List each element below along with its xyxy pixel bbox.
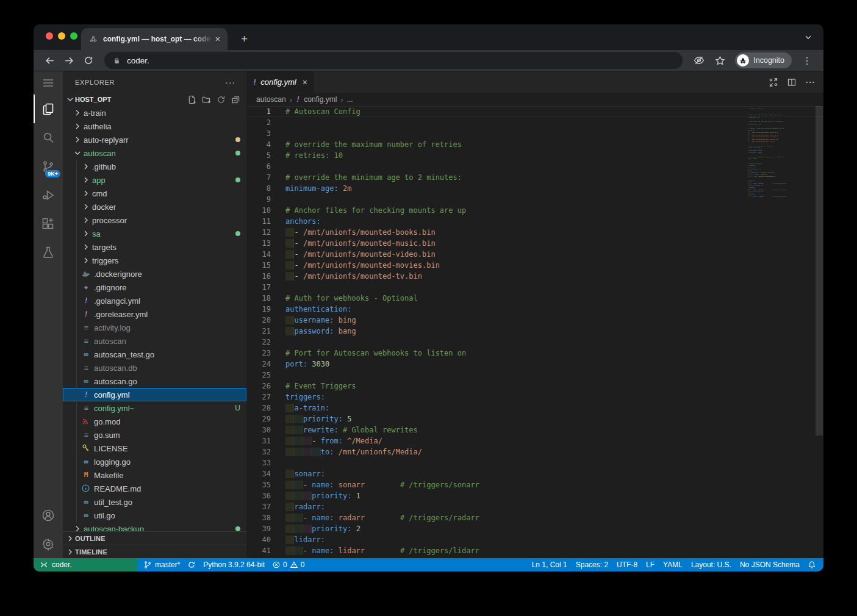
- code-line-6[interactable]: 6: [246, 161, 823, 172]
- code-line-8[interactable]: 8minimum-age: 2m: [246, 183, 823, 194]
- collapse-folders-icon[interactable]: [231, 95, 240, 104]
- address-bar[interactable]: coder.: [104, 52, 683, 69]
- problems-item[interactable]: 0 0: [268, 560, 308, 569]
- tree-item-readme-md[interactable]: README.md: [63, 482, 246, 495]
- outline-section[interactable]: OUTLINE: [63, 531, 246, 545]
- code-line-32[interactable]: 32 to: /mnt/unionfs/Media/: [246, 446, 823, 457]
- code-line-24[interactable]: 24port: 3030: [246, 359, 823, 370]
- tree-item-targets[interactable]: targets: [63, 240, 246, 254]
- browser-menu-icon[interactable]: ⋮: [798, 52, 816, 69]
- testing-flask-icon[interactable]: [34, 238, 63, 267]
- tree-item-authelia[interactable]: authelia: [63, 120, 246, 133]
- tree-item-logging-go[interactable]: ∞logging.go: [63, 455, 246, 468]
- code-editor[interactable]: 1# Autoscan Config234# override the maxi…: [246, 106, 823, 558]
- code-line-34[interactable]: 34 sonarr:: [246, 468, 823, 479]
- window-close-button[interactable]: [46, 32, 53, 40]
- eye-off-icon[interactable]: [690, 52, 708, 69]
- status-item[interactable]: No JSON Schema: [736, 560, 804, 569]
- breadcrumb-folder[interactable]: autoscan: [256, 95, 286, 104]
- tree-item-autoscan-backup[interactable]: autoscan-backup: [63, 522, 246, 531]
- tab-close-icon[interactable]: ×: [213, 34, 223, 44]
- tree-item-go-sum[interactable]: ≡go.sum: [63, 428, 246, 442]
- remote-indicator[interactable]: coder.: [34, 558, 137, 571]
- status-item[interactable]: Layout: U.S.: [687, 560, 736, 569]
- code-line-15[interactable]: 15 - /mnt/unionfs/mounted-movies.bin: [246, 260, 823, 271]
- tree-item-license[interactable]: LICENSE: [63, 442, 246, 455]
- code-line-18[interactable]: 18# Auth for webhooks - Optional: [246, 293, 823, 304]
- git-branch-item[interactable]: master*: [140, 558, 184, 571]
- code-line-38[interactable]: 38 - name: radarr # /triggers/radarr: [246, 512, 823, 523]
- split-editor-icon[interactable]: [787, 77, 797, 87]
- refresh-icon[interactable]: [217, 95, 226, 104]
- tree-item-autoscan-go[interactable]: ∞autoscan.go: [63, 374, 246, 388]
- code-line-37[interactable]: 37 radarr:: [246, 501, 823, 512]
- window-maximize-button[interactable]: [70, 32, 77, 40]
- code-line-1[interactable]: 1# Autoscan Config: [246, 106, 823, 117]
- code-line-33[interactable]: 33: [246, 457, 823, 468]
- code-line-35[interactable]: 35 - name: sonarr # /triggers/sonarr: [246, 479, 823, 490]
- code-line-19[interactable]: 19authentication:: [246, 304, 823, 315]
- tree-item-cmd[interactable]: cmd: [63, 187, 246, 200]
- code-line-21[interactable]: 21 password: bang: [246, 326, 823, 337]
- code-line-12[interactable]: 12 - /mnt/unionfs/mounted-books.bin: [246, 227, 823, 238]
- open-changes-icon[interactable]: [769, 77, 778, 87]
- tree-item--dockerignore[interactable]: .dockerignore: [63, 267, 246, 281]
- menu-icon[interactable]: [34, 71, 63, 95]
- code-line-20[interactable]: 20 username: bing: [246, 315, 823, 326]
- notifications-bell-icon[interactable]: [804, 558, 820, 571]
- breadcrumb[interactable]: autoscan › ! config.yml › ...: [246, 93, 823, 106]
- code-line-22[interactable]: 22: [246, 337, 823, 348]
- source-control-icon[interactable]: 9K+: [34, 152, 63, 181]
- new-file-icon[interactable]: [187, 95, 196, 104]
- tree-item--gitignore[interactable]: ◆.gitignore: [63, 281, 246, 294]
- extensions-icon[interactable]: [34, 209, 63, 238]
- search-icon[interactable]: [34, 123, 63, 152]
- tree-item-a-train[interactable]: a-train: [63, 106, 246, 120]
- code-line-29[interactable]: 29 priority: 5: [246, 414, 823, 424]
- editor-tab-close-icon[interactable]: ×: [303, 77, 307, 87]
- scrollbar-thumb[interactable]: [816, 106, 823, 435]
- back-button[interactable]: [41, 52, 58, 69]
- code-line-10[interactable]: 10# Anchor files for checking mounts are…: [246, 205, 823, 216]
- breadcrumb-file[interactable]: config.yml: [304, 95, 337, 104]
- run-debug-icon[interactable]: [34, 181, 63, 209]
- code-line-31[interactable]: 31 - from: ^/Media/: [246, 435, 823, 446]
- tree-item--goreleaser-yml[interactable]: !.goreleaser.yml: [63, 307, 246, 321]
- sync-item[interactable]: [184, 558, 199, 571]
- code-line-11[interactable]: 11anchors:: [246, 216, 823, 227]
- tree-item-sa[interactable]: sa: [63, 227, 246, 240]
- code-line-26[interactable]: 26# Event Triggers: [246, 381, 823, 392]
- tree-item-autoscan-db[interactable]: ≡autoscan.db: [63, 361, 246, 374]
- code-line-13[interactable]: 13 - /mnt/unionfs/mounted-music.bin: [246, 238, 823, 249]
- status-item[interactable]: Spaces: 2: [572, 560, 612, 569]
- forward-button[interactable]: [60, 52, 77, 69]
- code-line-4[interactable]: 4# override the maximum number of retrie…: [246, 139, 823, 150]
- tree-item-autoscan[interactable]: ≡autoscan: [63, 334, 246, 348]
- code-line-5[interactable]: 5# retries: 10: [246, 150, 823, 161]
- views-more-icon[interactable]: ···: [225, 77, 235, 87]
- timeline-section[interactable]: TIMELINE: [63, 545, 246, 558]
- account-icon[interactable]: [34, 501, 63, 529]
- tree-item-autoscan-test-go[interactable]: ∞autoscan_test.go: [63, 348, 246, 361]
- window-minimize-button[interactable]: [58, 32, 65, 40]
- minimap[interactable]: # Autoscan Config# override the maximum …: [748, 107, 801, 558]
- tree-item-app[interactable]: app: [63, 173, 246, 187]
- tree-item--golangci-yml[interactable]: !.golangci.yml: [63, 294, 246, 307]
- workspace-root-row[interactable]: HOST_OPT: [63, 93, 246, 106]
- code-line-25[interactable]: 25: [246, 370, 823, 381]
- editor-scrollbar[interactable]: [815, 106, 823, 558]
- code-line-40[interactable]: 40 lidarr:: [246, 534, 823, 545]
- tree-item-triggers[interactable]: triggers: [63, 254, 246, 267]
- status-item[interactable]: LF: [642, 560, 659, 569]
- tree-item-docker[interactable]: docker: [63, 200, 246, 213]
- status-item[interactable]: Ln 1, Col 1: [528, 560, 572, 569]
- tree-item-processor[interactable]: processor: [63, 213, 246, 227]
- tree-item--github[interactable]: .github: [63, 160, 246, 173]
- settings-gear-icon[interactable]: [34, 529, 63, 558]
- code-line-36[interactable]: 36 priority: 1: [246, 490, 823, 501]
- bookmark-star-icon[interactable]: [711, 52, 729, 69]
- tree-item-makefile[interactable]: MMakefile: [63, 468, 246, 482]
- code-line-14[interactable]: 14 - /mnt/unionfs/mounted-video.bin: [246, 249, 823, 260]
- code-line-7[interactable]: 7# override the minimum age to 2 minutes…: [246, 172, 823, 183]
- code-line-39[interactable]: 39 priority: 2: [246, 523, 823, 534]
